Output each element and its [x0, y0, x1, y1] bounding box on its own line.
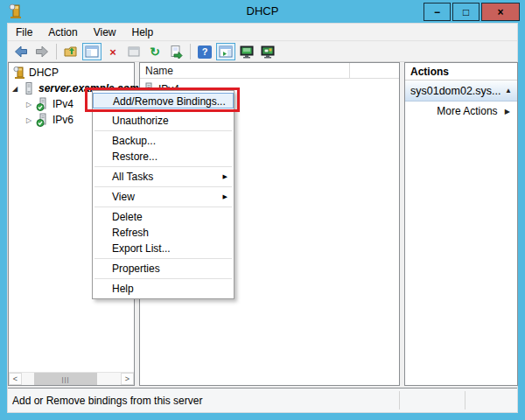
server-check-icon: [36, 113, 50, 127]
toolbar-separator: [56, 44, 57, 60]
menu-item-refresh[interactable]: Refresh: [93, 225, 234, 241]
scroll-left-icon[interactable]: <: [9, 373, 22, 385]
menu-file[interactable]: File: [8, 24, 40, 41]
menu-separator: [94, 278, 232, 279]
scroll-right-icon[interactable]: >: [121, 373, 134, 385]
menu-item-export-list[interactable]: Export List...: [93, 241, 234, 256]
statusbar-divider: [465, 391, 466, 410]
tree-item-dhcp-root[interactable]: DHCP: [12, 65, 59, 80]
toolbar: × ↻ ?: [8, 42, 517, 62]
maximize-button[interactable]: □: [452, 3, 480, 21]
tree-label-ipv6: IPv6: [52, 114, 74, 126]
app-area: File Action View Help × ↻: [7, 23, 518, 413]
properties-icon[interactable]: [124, 43, 144, 60]
forward-icon[interactable]: [32, 43, 52, 60]
submenu-arrow-icon: ▶: [223, 169, 228, 185]
tree-item-ipv4[interactable]: ▷ IPv4: [24, 96, 74, 112]
column-divider[interactable]: [349, 63, 350, 79]
actions-section-label: sys01dom02.sys...: [410, 85, 505, 97]
export-list-icon[interactable]: [166, 43, 186, 60]
more-actions-label: More Actions: [430, 105, 505, 117]
menu-item-view[interactable]: View▶: [93, 189, 234, 205]
column-header-name[interactable]: Name: [145, 65, 173, 77]
annotation-highlight-box: [85, 88, 240, 112]
server-check-icon: [36, 97, 50, 111]
menu-separator: [94, 186, 232, 187]
close-button[interactable]: ×: [481, 3, 520, 21]
server-icon: [22, 81, 36, 95]
collapse-section-icon[interactable]: ▲: [505, 87, 512, 94]
menu-item-help[interactable]: Help: [93, 281, 234, 297]
minimize-button[interactable]: −: [424, 3, 451, 21]
network-computer-icon[interactable]: [258, 43, 277, 60]
collapsed-arrow-icon[interactable]: ▷: [24, 101, 33, 108]
scrollbar-track[interactable]: |||: [22, 373, 121, 385]
status-text: Add or Remove bindings from this server: [12, 395, 202, 407]
collapsed-arrow-icon[interactable]: ▷: [24, 116, 33, 124]
menu-separator: [94, 130, 232, 131]
menubar: File Action View Help: [8, 24, 517, 41]
menu-item-all-tasks[interactable]: All Tasks▶: [93, 169, 234, 185]
refresh-icon[interactable]: ↻: [145, 43, 164, 60]
statusbar: Add or Remove bindings from this server: [8, 388, 517, 412]
toolbar-separator: [190, 44, 191, 60]
tree-label-dhcp: DHCP: [29, 66, 59, 79]
show-hide-action-pane-icon[interactable]: [216, 43, 235, 60]
context-menu: Add/Remove Bindings... Unauthorize Backu…: [92, 90, 234, 299]
actions-pane-title: Actions: [405, 63, 517, 80]
menu-item-restore[interactable]: Restore...: [93, 149, 234, 164]
dhcp-window: DHCP − □ × File Action View Help: [0, 0, 525, 420]
up-one-level-icon[interactable]: [61, 43, 80, 60]
menu-item-properties[interactable]: Properties: [93, 261, 234, 276]
menu-item-backup[interactable]: Backup...: [93, 133, 234, 149]
list-column-header[interactable]: Name: [140, 63, 399, 79]
menu-item-delete[interactable]: Delete: [93, 209, 234, 225]
tree-item-ipv6[interactable]: ▷ IPv6: [24, 112, 74, 128]
menu-separator: [94, 166, 232, 167]
menu-separator: [94, 258, 232, 259]
tree-label-ipv4: IPv4: [52, 98, 74, 110]
more-actions-arrow-icon: ▶: [505, 108, 510, 116]
menu-separator: [94, 206, 232, 207]
delete-icon[interactable]: ×: [103, 43, 122, 60]
scrollbar-thumb[interactable]: |||: [34, 373, 97, 385]
show-hide-console-tree-icon[interactable]: [82, 43, 102, 60]
dhcp-root-icon: [12, 66, 26, 80]
statusbar-divider: [399, 391, 400, 410]
menu-action[interactable]: Action: [40, 24, 85, 41]
back-icon[interactable]: [11, 43, 31, 60]
titlebar[interactable]: DHCP − □ ×: [0, 0, 525, 23]
horizontal-scrollbar[interactable]: < ||| >: [9, 372, 134, 385]
remote-desktop-icon[interactable]: [237, 43, 256, 60]
help-icon[interactable]: ?: [195, 43, 214, 60]
menu-item-unauthorize[interactable]: Unauthorize: [93, 113, 234, 129]
expanded-arrow-icon[interactable]: ◢: [10, 85, 19, 93]
menu-view[interactable]: View: [86, 24, 124, 41]
more-actions-item[interactable]: More Actions ▶: [405, 102, 517, 121]
menu-help[interactable]: Help: [124, 24, 162, 41]
actions-section-server[interactable]: sys01dom02.sys... ▲: [405, 80, 517, 102]
actions-pane: Actions sys01dom02.sys... ▲ More Actions…: [404, 62, 518, 386]
submenu-arrow-icon: ▶: [223, 189, 228, 205]
